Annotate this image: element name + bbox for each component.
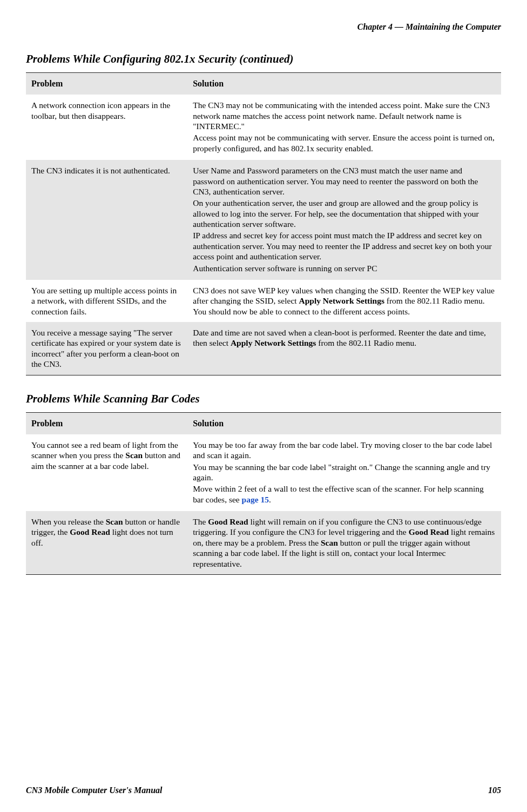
th-solution: Solution xyxy=(187,412,501,434)
bold-term: Apply Network Settings xyxy=(299,296,384,305)
solution-text: Access point may not be communicating wi… xyxy=(193,132,496,153)
solution-text: You may be scanning the bar code label "… xyxy=(193,462,496,483)
cell-solution: User Name and Password parameters on the… xyxy=(187,160,501,280)
table-row: A network connection icon appears in the… xyxy=(26,95,501,160)
table-row: When you release the Scan button or hand… xyxy=(26,511,501,574)
running-header: Chapter 4 — Maintaining the Computer xyxy=(26,22,501,32)
cell-solution: The Good Read light will remain on if yo… xyxy=(187,511,501,574)
solution-text: . xyxy=(269,495,271,504)
th-problem: Problem xyxy=(26,73,187,95)
table-row: You are setting up multiple access point… xyxy=(26,280,501,322)
cell-problem: You cannot see a red beam of light from … xyxy=(26,434,187,511)
th-solution: Solution xyxy=(187,73,501,95)
bold-term: Scan xyxy=(125,451,143,460)
table-scanning-problems: Problem Solution You cannot see a red be… xyxy=(26,412,501,575)
cell-problem: A network connection icon appears in the… xyxy=(26,95,187,160)
table-row: You receive a message saying "The server… xyxy=(26,322,501,375)
cell-problem: The CN3 indicates it is not authenticate… xyxy=(26,160,187,280)
cell-solution: You may be too far away from the bar cod… xyxy=(187,434,501,511)
cell-solution: CN3 does not save WEP key values when ch… xyxy=(187,280,501,322)
bold-term: Good Read xyxy=(208,517,248,526)
page-link[interactable]: page 15 xyxy=(242,495,269,504)
solution-text: IP address and secret key for access poi… xyxy=(193,230,496,261)
bold-term: Apply Network Settings xyxy=(231,338,316,347)
cell-solution: Date and time are not saved when a clean… xyxy=(187,322,501,375)
cell-solution: The CN3 may not be communicating with th… xyxy=(187,95,501,160)
bold-term: Good Read xyxy=(409,527,449,536)
cell-problem: You are setting up multiple access point… xyxy=(26,280,187,322)
solution-text: The xyxy=(193,517,208,526)
solution-text: The CN3 may not be communicating with th… xyxy=(193,100,496,131)
problem-text: When you release the xyxy=(31,517,106,526)
section-title-2: Problems While Scanning Bar Codes xyxy=(26,392,501,406)
bold-term: Scan xyxy=(321,538,338,547)
solution-text: User Name and Password parameters on the… xyxy=(193,165,496,197)
table-security-problems: Problem Solution A network connection ic… xyxy=(26,72,501,375)
cell-problem: You receive a message saying "The server… xyxy=(26,322,187,375)
table-row: You cannot see a red beam of light from … xyxy=(26,434,501,511)
bold-term: Scan xyxy=(106,517,123,526)
bold-term: Good Read xyxy=(70,527,110,536)
solution-text: You may be too far away from the bar cod… xyxy=(193,440,496,461)
table-row: The CN3 indicates it is not authenticate… xyxy=(26,160,501,280)
section-title-1: Problems While Configuring 802.1x Securi… xyxy=(26,52,501,66)
solution-text: from the 802.11 Radio menu. xyxy=(316,338,416,347)
th-problem: Problem xyxy=(26,412,187,434)
solution-text: Authentication server software is runnin… xyxy=(193,263,496,273)
solution-text: Move within 2 feet of a wall to test the… xyxy=(193,484,496,505)
cell-problem: When you release the Scan button or hand… xyxy=(26,511,187,574)
solution-text: Move within 2 feet of a wall to test the… xyxy=(193,484,484,504)
solution-text: On your authentication server, the user … xyxy=(193,198,496,229)
